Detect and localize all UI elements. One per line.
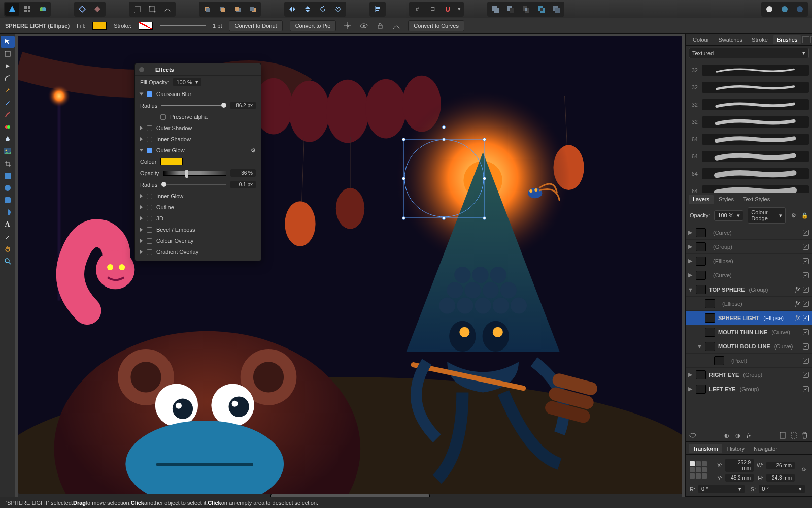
tab-text-styles[interactable]: Text Styles <box>739 195 774 204</box>
layer-opacity-field[interactable]: 100 %▾ <box>714 210 743 221</box>
view-mode-1-icon[interactable] <box>75 3 89 16</box>
pencil-tool[interactable] <box>1 97 15 109</box>
centre-icon[interactable] <box>343 21 352 30</box>
lock-icon[interactable]: 🔒 <box>802 212 808 218</box>
y-field[interactable]: 45.2 mm <box>725 474 754 482</box>
canvas-area[interactable]: Effects Fill Opacity: 100 %▾ Gaussian Bl… <box>15 34 685 497</box>
layer-row[interactable]: SPHERE LIGHT (Ellipse)fx <box>686 311 812 325</box>
add-pixel-layer-icon[interactable] <box>790 431 798 439</box>
persona-icon[interactable] <box>20 3 35 16</box>
grid-icon[interactable]: # <box>410 3 424 16</box>
bool-add-icon[interactable] <box>488 3 502 16</box>
brush-item[interactable]: 64 <box>689 131 809 148</box>
disclosure-icon[interactable] <box>140 93 144 96</box>
view-mode-2-icon[interactable] <box>90 3 105 16</box>
outer-glow-checkbox[interactable] <box>147 148 152 153</box>
delete-layer-icon[interactable] <box>801 431 809 439</box>
flip-h-icon[interactable] <box>285 3 299 16</box>
snap-bounds-icon[interactable] <box>145 3 159 16</box>
w-field[interactable]: 26 mm <box>766 462 795 469</box>
pen-tool[interactable] <box>1 84 15 97</box>
close-icon[interactable] <box>139 67 144 72</box>
h-field[interactable]: 24.3 mm <box>766 474 795 482</box>
tab-transform[interactable]: Transform <box>689 444 722 453</box>
brush-item[interactable]: 32 <box>689 113 809 131</box>
disclosure-icon[interactable] <box>140 216 143 220</box>
layer-row[interactable]: ▼MOUTH BOLD LINE (Curve) <box>686 339 812 354</box>
outline-checkbox[interactable] <box>147 205 152 210</box>
r-field[interactable]: 0 °▾ <box>698 485 745 493</box>
link-wh-icon[interactable]: ⟳ <box>800 466 808 474</box>
layer-row[interactable]: ▶LEFT EYE (Group) <box>686 382 812 396</box>
layer-row[interactable]: ▶ (Group) <box>686 240 812 254</box>
snap-grid-icon[interactable] <box>130 3 144 16</box>
stroke-swatch[interactable] <box>139 22 153 30</box>
visibility-checkbox[interactable] <box>803 272 809 278</box>
bool-subtract-icon[interactable] <box>503 3 518 16</box>
layer-row[interactable]: ▼TOP SPHERE (Group)fx <box>686 282 812 297</box>
convert-donut-button[interactable]: Convert to Donut <box>229 20 282 31</box>
og-radius-value[interactable]: 0.1 px <box>230 181 256 188</box>
tab-brushes[interactable]: Brushes <box>773 35 801 44</box>
layer-row[interactable]: (Pixel) <box>686 354 812 368</box>
visibility-checkbox[interactable] <box>803 386 809 392</box>
selection-bounds[interactable] <box>403 127 485 218</box>
help-icon[interactable] <box>793 3 807 16</box>
disclosure-icon[interactable] <box>140 194 143 198</box>
s-field[interactable]: 0 °▾ <box>759 485 805 493</box>
layer-row[interactable]: ▶ (Ellipse) <box>686 254 812 268</box>
anchor-picker[interactable] <box>690 461 707 479</box>
transparency-tool[interactable] <box>1 133 15 145</box>
guides-icon[interactable]: ⊟ <box>425 3 439 16</box>
disclosure-icon[interactable] <box>140 250 143 254</box>
disclosure-icon[interactable] <box>140 205 143 209</box>
fill-tool[interactable] <box>1 121 15 133</box>
gaussian-radius-value[interactable]: 86.2 px <box>230 102 256 109</box>
brush-item[interactable]: 64 <box>689 165 809 182</box>
colour-overlay-checkbox[interactable] <box>147 238 152 244</box>
visibility-checkbox[interactable] <box>803 301 809 307</box>
inner-shadow-checkbox[interactable] <box>147 137 152 142</box>
brush-item[interactable]: 32 <box>689 79 809 96</box>
og-radius-slider[interactable] <box>161 184 226 185</box>
stroke-width-value[interactable]: 1 pt <box>213 23 222 29</box>
preserve-alpha-checkbox[interactable] <box>160 114 166 120</box>
disclosure-icon[interactable] <box>140 126 143 130</box>
disclosure-icon[interactable] <box>140 149 144 152</box>
move-tool[interactable] <box>1 36 15 48</box>
artboard-tool[interactable] <box>1 48 15 60</box>
disclosure-icon[interactable]: ▼ <box>697 343 702 350</box>
tab-styles[interactable]: Styles <box>715 195 738 204</box>
lock-children-icon[interactable] <box>376 21 385 30</box>
bool-divide-icon[interactable] <box>549 3 563 16</box>
outer-shadow-checkbox[interactable] <box>147 125 152 131</box>
order-front-icon[interactable] <box>200 3 214 16</box>
fill-swatch[interactable] <box>92 22 107 30</box>
disclosure-icon[interactable] <box>140 137 143 141</box>
disclosure-icon[interactable] <box>140 239 143 243</box>
inner-glow-checkbox[interactable] <box>147 194 152 199</box>
visibility-checkbox[interactable] <box>803 315 809 321</box>
flip-v-icon[interactable] <box>300 3 315 16</box>
rotate-ccw-icon[interactable] <box>316 3 330 16</box>
mask-layer-icon[interactable]: ◑ <box>734 431 742 439</box>
fx-icon[interactable]: fx <box>745 431 753 439</box>
stroke-preview[interactable] <box>160 25 206 26</box>
order-forward-icon[interactable] <box>215 3 229 16</box>
app-logo-icon[interactable] <box>5 3 19 16</box>
hand-tool[interactable] <box>1 243 15 255</box>
blend-mode-dropdown[interactable]: Colour Dodge▾ <box>748 207 786 224</box>
brush-tool[interactable] <box>1 109 15 121</box>
brush-item[interactable]: 32 <box>689 96 809 113</box>
disclosure-icon[interactable]: ▼ <box>688 287 693 293</box>
mask-icon[interactable] <box>689 431 697 439</box>
convert-curves-button[interactable]: Convert to Curves <box>408 20 464 31</box>
tab-stroke[interactable]: Stroke <box>748 35 772 44</box>
bool-xor-icon[interactable] <box>534 3 548 16</box>
layer-row[interactable]: ▶ (Curve) <box>686 226 812 240</box>
rectangle-tool[interactable] <box>1 170 15 182</box>
shape-tool[interactable] <box>1 206 15 218</box>
tab-history[interactable]: History <box>723 444 749 453</box>
og-colour-swatch[interactable] <box>160 158 183 165</box>
gear-icon[interactable]: ⚙ <box>251 147 256 154</box>
